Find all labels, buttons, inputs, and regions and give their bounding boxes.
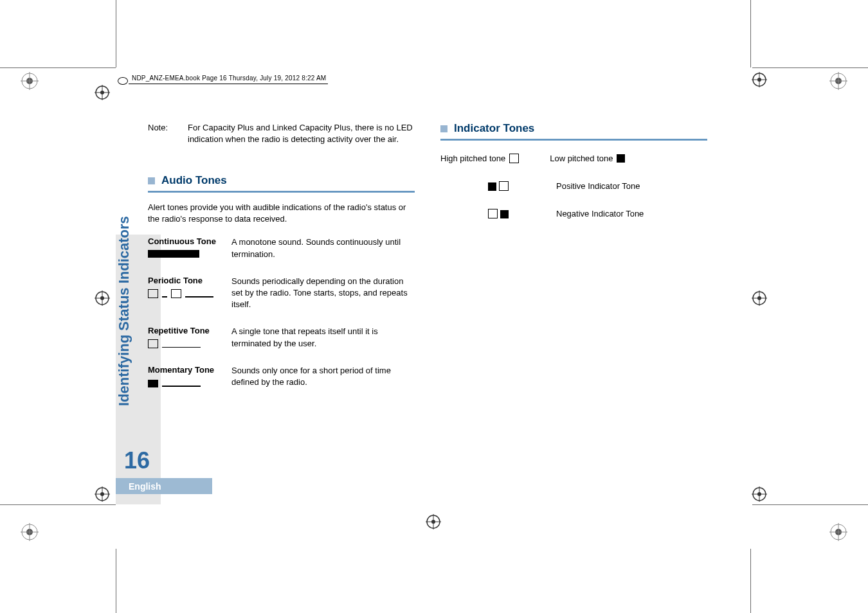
- tone-name: Continuous Tone: [148, 236, 231, 246]
- registration-mark-icon: [93, 485, 111, 503]
- high-pitched-icon: [509, 154, 519, 163]
- legend-item-low: Low pitched tone: [550, 154, 625, 163]
- indicator-label: Positive Indicator Tone: [556, 181, 640, 191]
- section-title-text: Audio Tones: [161, 174, 227, 187]
- section-title-audio: Audio Tones: [148, 174, 415, 187]
- registration-mark-icon: [21, 72, 39, 90]
- positive-tone-pattern-icon: [440, 181, 556, 191]
- svg-point-19: [100, 91, 104, 94]
- tone-waveform-momentary-icon: [148, 378, 219, 387]
- svg-point-31: [757, 78, 761, 82]
- audio-intro-paragraph: Alert tones provide you with audible ind…: [148, 202, 415, 225]
- svg-point-23: [100, 296, 104, 300]
- page-number: 16: [124, 447, 150, 474]
- header-ornament-icon: [118, 77, 128, 85]
- registration-mark-icon: [829, 72, 847, 90]
- svg-point-35: [757, 296, 761, 300]
- section-title-text: Indicator Tones: [454, 122, 534, 135]
- tone-row-continuous: Continuous Tone A monotone sound. Sounds…: [148, 236, 415, 260]
- legend-item-high: High pitched tone: [440, 154, 519, 163]
- registration-mark-icon: [93, 84, 111, 102]
- legend-label-low: Low pitched tone: [550, 154, 613, 163]
- indicator-label: Negative Indicator Tone: [556, 209, 644, 218]
- note-block: Note: For Capacity Plus and Linked Capac…: [148, 122, 415, 145]
- registration-mark-icon: [424, 513, 442, 531]
- svg-point-39: [757, 492, 761, 496]
- language-text: English: [129, 481, 161, 492]
- tone-name: Periodic Tone: [148, 276, 231, 285]
- note-body: For Capacity Plus and Linked Capacity Pl…: [188, 122, 415, 145]
- language-label: English: [116, 478, 212, 494]
- tone-legend: High pitched tone Low pitched tone: [440, 154, 707, 163]
- tone-description: Sounds only once for a short period of t…: [231, 365, 415, 388]
- negative-tone-pattern-icon: [440, 209, 556, 218]
- registration-mark-icon: [750, 485, 768, 503]
- legend-label-high: High pitched tone: [440, 154, 505, 163]
- note-label: Note:: [148, 122, 188, 145]
- tone-description: A monotone sound. Sounds continuously un…: [231, 236, 415, 260]
- page-header-text: NDP_ANZ-EMEA.book Page 16 Thursday, July…: [132, 75, 326, 82]
- section-title-indicator: Indicator Tones: [440, 122, 707, 135]
- tone-name: Repetitive Tone: [148, 326, 231, 335]
- registration-mark-icon: [829, 523, 847, 541]
- tone-row-periodic: Periodic Tone Sounds periodically depend…: [148, 276, 415, 311]
- section-bullet-icon: [148, 177, 155, 184]
- section-divider: [440, 139, 707, 141]
- registration-mark-icon: [21, 523, 39, 541]
- registration-mark-icon: [93, 289, 111, 307]
- header-rule: [129, 84, 328, 84]
- tone-row-repetitive: Repetitive Tone A single tone that repea…: [148, 326, 415, 349]
- tone-waveform-repetitive-icon: [148, 339, 219, 348]
- tone-waveform-periodic-icon: [148, 289, 219, 298]
- section-bullet-icon: [440, 125, 448, 132]
- svg-point-27: [100, 492, 104, 496]
- registration-mark-icon: [750, 289, 768, 307]
- tone-waveform-continuous-icon: [148, 250, 219, 259]
- svg-point-43: [431, 520, 435, 524]
- indicator-row-negative: Negative Indicator Tone: [440, 209, 707, 218]
- registration-mark-icon: [750, 71, 768, 89]
- tone-description: Sounds periodically depending on the dur…: [231, 276, 415, 311]
- indicator-row-positive: Positive Indicator Tone: [440, 181, 707, 191]
- section-divider: [148, 191, 415, 193]
- tone-description: A single tone that repeats itself until …: [231, 326, 415, 349]
- low-pitched-icon: [617, 154, 625, 163]
- tone-row-momentary: Momentary Tone Sounds only once for a sh…: [148, 365, 415, 388]
- sidebar-section-title: Identifying Status Indicators: [116, 213, 132, 406]
- tone-name: Momentary Tone: [148, 365, 231, 375]
